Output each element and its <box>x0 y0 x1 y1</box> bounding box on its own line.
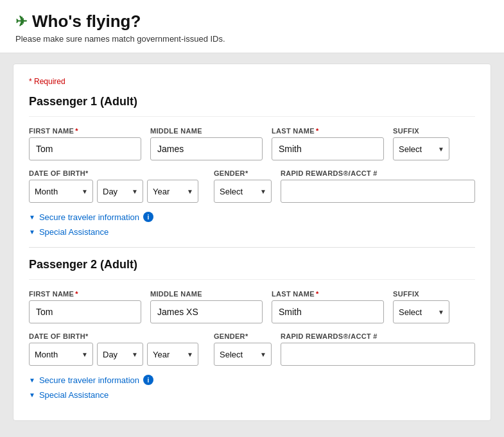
passenger2-rapid-group: RAPID REWARDS®/ACCT # <box>281 332 475 366</box>
passenger2-suffix-select-wrapper: Select Jr. Sr. II III ▼ <box>393 300 449 323</box>
passenger1-secure-traveler-link[interactable]: ▼ Secure traveler information i <box>29 212 475 222</box>
passenger1-year-select[interactable]: Year 2024200019901980 <box>147 180 198 203</box>
passenger2-last-name-label: LAST NAME* <box>272 290 384 298</box>
passenger2-gender-wrapper: Select Male Female ▼ <box>214 343 272 366</box>
passenger2-dob-label: DATE OF BIRTH* <box>29 332 198 340</box>
passenger1-middle-name-label: MIDDLE NAME <box>150 127 263 135</box>
passenger1-secure-traveler-label: Secure traveler information <box>39 212 139 222</box>
passenger2-last-name-group: LAST NAME* <box>272 290 384 323</box>
page-title: ✈ Who's flying? <box>15 12 489 31</box>
passenger2-gender-group: GENDER* Select Male Female ▼ <box>214 332 272 366</box>
passenger2-last-name-input[interactable] <box>272 300 384 323</box>
passenger2-first-name-label: FIRST NAME* <box>29 290 141 298</box>
passenger2-special-assistance-label: Special Assistance <box>39 390 109 400</box>
passenger2-middle-name-label: MIDDLE NAME <box>150 290 263 298</box>
passenger2-special-assistance-chevron-icon: ▼ <box>29 391 35 398</box>
passenger2-gender-select[interactable]: Select Male Female <box>214 343 272 366</box>
passenger2-name-row: FIRST NAME* MIDDLE NAME LAST NAME* SUFFI… <box>29 290 475 323</box>
passenger2-suffix-group: SUFFIX Select Jr. Sr. II III ▼ <box>393 290 449 323</box>
passenger2-year-wrapper: Year 2024200019901980 ▼ <box>147 343 198 366</box>
passenger1-gender-select[interactable]: Select Male Female <box>214 180 272 203</box>
passenger1-dob-group: DATE OF BIRTH* Month JanuaryFebruaryMarc… <box>29 169 198 203</box>
passenger1-secure-traveler-chevron-icon: ▼ <box>29 214 35 221</box>
passenger1-last-name-input[interactable] <box>272 137 384 160</box>
passenger2-secure-traveler-chevron-icon: ▼ <box>29 377 35 384</box>
passenger2-special-assistance-link[interactable]: ▼ Special Assistance <box>29 390 475 400</box>
passenger1-gender-group: GENDER* Select Male Female ▼ <box>214 169 272 203</box>
passenger1-day-wrapper: Day 12345 ▼ <box>97 180 143 203</box>
passenger1-middle-name-group: MIDDLE NAME <box>150 127 263 160</box>
passenger2-month-select[interactable]: Month JanuaryFebruaryMarch AprilMayJune … <box>29 343 93 366</box>
passenger1-first-name-group: FIRST NAME* <box>29 127 141 160</box>
passenger2-suffix-label: SUFFIX <box>393 290 449 298</box>
passenger2-day-wrapper: Day 12345 ▼ <box>97 343 143 366</box>
passenger2-middle-name-input[interactable] <box>150 300 263 323</box>
passenger1-middle-name-input[interactable] <box>150 137 263 160</box>
passenger2-dob-group: DATE OF BIRTH* Month JanuaryFebruaryMarc… <box>29 332 198 366</box>
passenger1-rapid-input[interactable] <box>281 180 475 203</box>
passenger1-gender-wrapper: Select Male Female ▼ <box>214 180 272 203</box>
passenger1-suffix-label: SUFFIX <box>393 127 449 135</box>
passenger2-day-select[interactable]: Day 12345 <box>97 343 143 366</box>
passenger1-year-wrapper: Year 2024200019901980 ▼ <box>147 180 198 203</box>
passenger2-secure-traveler-link[interactable]: ▼ Secure traveler information i <box>29 375 475 385</box>
passenger1-dob-selects: Month JanuaryFebruaryMarch AprilMayJune … <box>29 180 198 203</box>
passenger1-suffix-select-wrapper: Select Jr. Sr. II III ▼ <box>393 137 449 160</box>
passenger2-dob-selects: Month JanuaryFebruaryMarch AprilMayJune … <box>29 343 198 366</box>
passenger2-middle-name-group: MIDDLE NAME <box>150 290 263 323</box>
page-title-text: Who's flying? <box>32 12 141 31</box>
passenger2-year-select[interactable]: Year 2024200019901980 <box>147 343 198 366</box>
main-content: * Required Passenger 1 (Adult) FIRST NAM… <box>0 53 504 437</box>
passenger1-day-select[interactable]: Day 12345 <box>97 180 143 203</box>
plane-icon: ✈ <box>15 13 27 30</box>
passenger1-month-wrapper: Month JanuaryFebruaryMarch AprilMayJune … <box>29 180 93 203</box>
passenger1-rapid-label: RAPID REWARDS®/ACCT # <box>281 169 475 177</box>
passenger1-title: Passenger 1 (Adult) <box>29 95 475 117</box>
page-subtitle: Please make sure names match government-… <box>15 34 489 44</box>
passenger1-suffix-select[interactable]: Select Jr. Sr. II III <box>393 137 449 160</box>
passenger2-title: Passenger 2 (Adult) <box>29 258 475 280</box>
passenger2-suffix-select[interactable]: Select Jr. Sr. II III <box>393 300 449 323</box>
passenger1-first-name-label: FIRST NAME* <box>29 127 141 135</box>
passenger2-secure-traveler-info-icon[interactable]: i <box>143 375 153 385</box>
passenger2-month-wrapper: Month JanuaryFebruaryMarch AprilMayJune … <box>29 343 93 366</box>
required-note: * Required <box>29 77 475 86</box>
passenger2-gender-label: GENDER* <box>214 332 272 340</box>
passenger2-first-name-input[interactable] <box>29 300 141 323</box>
passenger2-first-name-group: FIRST NAME* <box>29 290 141 323</box>
passenger1-rapid-group: RAPID REWARDS®/ACCT # <box>281 169 475 203</box>
page-header: ✈ Who's flying? Please make sure names m… <box>0 0 504 53</box>
passenger1-special-assistance-label: Special Assistance <box>39 227 109 237</box>
passenger2-rapid-input[interactable] <box>281 343 475 366</box>
passenger2-secure-traveler-label: Secure traveler information <box>39 375 139 385</box>
passenger1-last-name-label: LAST NAME* <box>272 127 384 135</box>
passenger2-dob-row: DATE OF BIRTH* Month JanuaryFebruaryMarc… <box>29 332 475 366</box>
passenger1-last-name-group: LAST NAME* <box>272 127 384 160</box>
passenger1-secure-traveler-info-icon[interactable]: i <box>143 212 153 222</box>
passenger1-dob-label: DATE OF BIRTH* <box>29 169 198 177</box>
passenger1-first-name-input[interactable] <box>29 137 141 160</box>
passenger1-suffix-group: SUFFIX Select Jr. Sr. II III ▼ <box>393 127 449 160</box>
passenger1-special-assistance-link[interactable]: ▼ Special Assistance <box>29 227 475 237</box>
passenger-divider <box>29 247 475 248</box>
passenger1-gender-label: GENDER* <box>214 169 272 177</box>
passenger1-month-select[interactable]: Month JanuaryFebruaryMarch AprilMayJune … <box>29 180 93 203</box>
passenger1-dob-row: DATE OF BIRTH* Month JanuaryFebruaryMarc… <box>29 169 475 203</box>
passengers-card: * Required Passenger 1 (Adult) FIRST NAM… <box>13 64 491 421</box>
passenger1-special-assistance-chevron-icon: ▼ <box>29 228 35 236</box>
passenger1-name-row: FIRST NAME* MIDDLE NAME LAST NAME* SUFFI… <box>29 127 475 160</box>
passenger2-rapid-label: RAPID REWARDS®/ACCT # <box>281 332 475 340</box>
